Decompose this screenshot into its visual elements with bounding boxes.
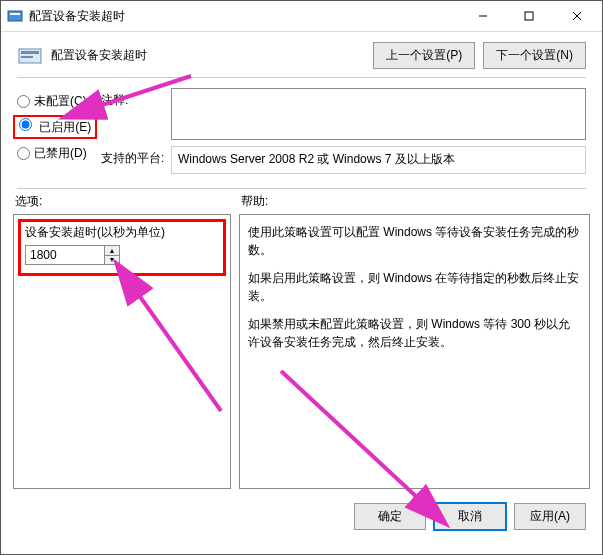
radio-disabled-label: 已禁用(D)	[34, 145, 87, 162]
options-pane: 设备安装超时(以秒为单位) ▲ ▼	[13, 214, 231, 489]
radio-enabled-label: 已启用(E)	[39, 120, 91, 134]
help-paragraph: 使用此策略设置可以配置 Windows 等待设备安装任务完成的秒数。	[248, 223, 581, 259]
options-label: 选项:	[13, 189, 231, 214]
radio-enabled[interactable]: 已启用(E)	[17, 114, 97, 140]
cancel-button[interactable]: 取消	[434, 503, 506, 530]
platform-text: Windows Server 2008 R2 或 Windows 7 及以上版本	[171, 146, 586, 174]
radio-not-configured-input[interactable]	[17, 95, 30, 108]
radio-not-configured-label: 未配置(C)	[34, 93, 87, 110]
maximize-button[interactable]	[505, 1, 551, 31]
help-pane: 使用此策略设置可以配置 Windows 等待设备安装任务完成的秒数。 如果启用此…	[239, 214, 590, 489]
next-setting-button[interactable]: 下一个设置(N)	[483, 42, 586, 69]
radio-disabled[interactable]: 已禁用(D)	[17, 140, 97, 166]
svg-rect-8	[21, 56, 33, 58]
help-label: 帮助:	[239, 189, 590, 214]
title-bar: 配置设备安装超时	[1, 1, 602, 32]
svg-rect-1	[10, 13, 20, 15]
help-paragraph: 如果启用此策略设置，则 Windows 在等待指定的秒数后终止安装。	[248, 269, 581, 305]
policy-dialog: 配置设备安装超时 配置设备安装超时	[0, 0, 603, 555]
header: 配置设备安装超时 上一个设置(P) 下一个设置(N)	[1, 32, 602, 77]
spinner-up-icon[interactable]: ▲	[105, 246, 119, 255]
platform-label: 支持的平台:	[101, 146, 171, 174]
comment-label: 注释:	[101, 88, 171, 140]
state-radios: 未配置(C) 已启用(E) 已禁用(D)	[17, 88, 97, 166]
header-title: 配置设备安装超时	[51, 47, 147, 64]
svg-rect-3	[525, 12, 533, 20]
help-paragraph: 如果禁用或未配置此策略设置，则 Windows 等待 300 秒以允许设备安装任…	[248, 315, 581, 351]
svg-rect-7	[21, 51, 39, 54]
comment-input[interactable]	[171, 88, 586, 140]
radio-enabled-input[interactable]	[19, 118, 32, 131]
svg-rect-0	[8, 11, 22, 21]
state-section: 未配置(C) 已启用(E) 已禁用(D) 注释: 支持的平台: Windows …	[1, 78, 602, 188]
ok-button[interactable]: 确定	[354, 503, 426, 530]
radio-not-configured[interactable]: 未配置(C)	[17, 88, 97, 114]
spinner-down-icon[interactable]: ▼	[105, 255, 119, 265]
prev-setting-button[interactable]: 上一个设置(P)	[373, 42, 475, 69]
timeout-input[interactable]	[26, 246, 104, 264]
timeout-option-label: 设备安装超时(以秒为单位)	[25, 224, 219, 241]
timeout-spinner[interactable]: ▲ ▼	[25, 245, 120, 265]
footer: 确定 取消 应用(A)	[1, 493, 602, 540]
lower-panes: 选项: 设备安装超时(以秒为单位) ▲ ▼ 帮助: 使用此策略设置可以配置	[1, 189, 602, 493]
close-button[interactable]	[551, 1, 602, 31]
policy-icon	[17, 43, 43, 69]
minimize-button[interactable]	[459, 1, 505, 31]
radio-disabled-input[interactable]	[17, 147, 30, 160]
apply-button[interactable]: 应用(A)	[514, 503, 586, 530]
window-title: 配置设备安装超时	[29, 8, 125, 25]
app-icon	[7, 8, 23, 24]
